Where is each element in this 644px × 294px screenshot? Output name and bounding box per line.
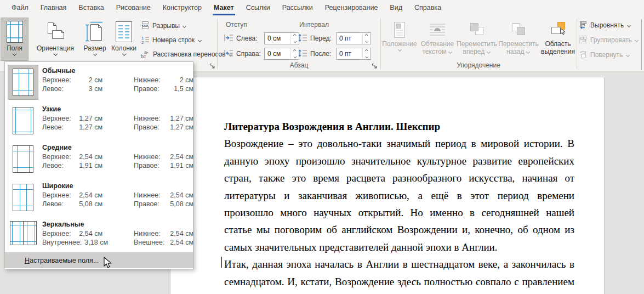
- margin-value: 2,54 см: [162, 191, 193, 199]
- indent-right-input[interactable]: 0 см: [264, 48, 299, 60]
- rotate-button-label: Повернуть: [590, 51, 623, 59]
- send-backward-button[interactable]: Переместить назад: [498, 18, 539, 60]
- selection-pane-label: Область: [545, 40, 571, 48]
- margins-icon: [7, 20, 23, 44]
- margin-label: Нижнее:: [134, 76, 161, 84]
- bring-forward-label: Переместить: [457, 40, 497, 48]
- indent-right-label: Справа:: [236, 50, 261, 58]
- margins-preset-moderate[interactable]: Средние Верхнее:2,54 см Нижнее:2,54 см Л…: [5, 141, 193, 179]
- svg-text:2: 2: [141, 39, 144, 44]
- selection-pane-icon: [550, 20, 566, 40]
- spacing-after-icon: [298, 49, 307, 59]
- margin-value: 3,18 см: [79, 239, 108, 246]
- tab-view[interactable]: Вид: [384, 0, 408, 15]
- spacing-before-value: 0 пт: [337, 35, 362, 42]
- margin-value: 5,08 см: [74, 200, 102, 208]
- indent-left-row: Слева: 0 см: [224, 32, 299, 44]
- spacing-after-input[interactable]: 0 пт: [336, 48, 371, 60]
- margins-preset-mirrored-box: [8, 219, 38, 247]
- text-line: самых значительных представителей данной…: [224, 239, 574, 256]
- line-numbers-button-label: Номера строк: [152, 36, 195, 44]
- margin-value: 2 см: [162, 76, 193, 84]
- wrap-text-button-label2: текстом: [422, 48, 452, 55]
- spacing-after-spinner[interactable]: [362, 48, 371, 59]
- tab-review[interactable]: Рецензирование: [319, 0, 384, 15]
- bring-forward-label2: вперед: [463, 48, 491, 55]
- margin-label: Верхнее:: [42, 191, 71, 199]
- indent-left-spinner[interactable]: [290, 33, 299, 44]
- document-text: Литература Возрождения в Англии. Шекспир…: [224, 118, 574, 290]
- margins-mirrored-icon: [10, 221, 37, 245]
- margins-preset-moderate-box: [8, 142, 38, 176]
- spacing-before-spinner[interactable]: [362, 33, 371, 44]
- wrap-text-button[interactable]: Обтекание текстом: [419, 18, 456, 60]
- columns-button[interactable]: Колонки: [110, 18, 138, 60]
- text-caret: [221, 257, 222, 268]
- tab-draw[interactable]: Рисование: [110, 0, 157, 15]
- tab-home[interactable]: Главная: [35, 0, 73, 15]
- margin-label: Левое:: [42, 123, 64, 131]
- orientation-button[interactable]: Ориентация: [31, 18, 80, 60]
- tab-file[interactable]: Файл: [5, 0, 35, 15]
- line-numbers-icon: 12: [141, 35, 150, 46]
- indent-right-spinner[interactable]: [290, 48, 299, 59]
- tab-design[interactable]: Конструктор: [157, 0, 208, 15]
- indent-left-input[interactable]: 0 см: [264, 32, 299, 44]
- preset-name: Средние: [42, 144, 191, 153]
- margins-preset-mirrored[interactable]: Зеркальные Верхнее:2,54 см Нижнее:2,54 с…: [5, 218, 193, 252]
- preset-name: Обычные: [42, 67, 191, 76]
- position-button-label: Положение: [382, 40, 417, 48]
- rotate-button[interactable]: Повернуть: [579, 49, 630, 61]
- tab-insert[interactable]: Вставка: [72, 0, 110, 15]
- breaks-button[interactable]: Разрывы: [141, 20, 187, 32]
- spacing-before-input[interactable]: 0 пт: [336, 32, 371, 44]
- margin-label: Нижнее:: [134, 191, 161, 199]
- bring-forward-button[interactable]: Переместить вперед: [456, 18, 498, 60]
- preset-name: Широкие: [42, 182, 191, 191]
- text-line: литературы и заканчивая живописью, а ещё…: [224, 187, 574, 204]
- group-button[interactable]: Группировать: [579, 34, 639, 46]
- wrap-text-button-label: Обтекание: [421, 40, 454, 48]
- align-button[interactable]: Выровнять: [579, 19, 631, 31]
- text-line: стран, также это время расцвета разнообр…: [224, 169, 574, 186]
- indent-header: Отступ: [226, 21, 247, 29]
- send-backward-label: Переместить: [498, 40, 539, 48]
- margin-label: Левое:: [42, 200, 64, 208]
- preset-name: Зеркальные: [42, 220, 191, 230]
- group-button-label: Группировать: [590, 36, 632, 44]
- dialog-launcher-icon: [209, 63, 215, 69]
- orientation-button-label: Ориентация: [37, 44, 74, 52]
- page-setup-dialog-launcher[interactable]: [208, 62, 216, 70]
- text-line: Возрождение – это довольно-таки значимый…: [224, 135, 574, 152]
- line-numbers-button[interactable]: 12 Номера строк: [141, 34, 202, 46]
- align-button-label: Выровнять: [590, 21, 624, 29]
- chevron-down-icon: [486, 50, 491, 54]
- selection-pane-button[interactable]: Область выделения: [539, 18, 577, 60]
- text-line: данную эпоху произошло значительное куль…: [224, 152, 574, 169]
- chevron-down-icon: [626, 24, 631, 27]
- text-line: произошло много научных открытий. Но име…: [224, 204, 574, 221]
- margins-preset-wide[interactable]: Широкие Верхнее:2,54 см Нижнее:2,54 см Л…: [5, 179, 193, 218]
- margin-label: Правое:: [134, 123, 159, 131]
- preset-name: Узкие: [42, 105, 191, 115]
- tab-layout[interactable]: Макет: [208, 0, 240, 15]
- position-button[interactable]: Положение: [381, 18, 418, 60]
- group-objects-icon: [579, 35, 588, 46]
- margins-preset-normal[interactable]: Обычные Верхнее:2 см Нижнее:2 см Левое:3…: [5, 64, 193, 103]
- margins-button[interactable]: Поля: [1, 18, 28, 60]
- ribbon-tab-bar: Файл Главная Вставка Рисование Конструкт…: [0, 0, 644, 15]
- margins-dropdown-menu: Обычные Верхнее:2 см Нижнее:2 см Левое:3…: [4, 61, 193, 269]
- tab-references[interactable]: Ссылки: [240, 0, 276, 15]
- custom-margins-button[interactable]: Настраиваемые поля...: [5, 252, 193, 268]
- margin-label: Правое:: [134, 200, 159, 208]
- indent-left-value: 0 см: [265, 35, 290, 42]
- tab-help[interactable]: Справка: [408, 0, 447, 15]
- document-page[interactable]: Литература Возрождения в Англии. Шекспир…: [170, 77, 605, 294]
- paragraph-dialog-launcher[interactable]: [371, 62, 378, 70]
- margins-preset-narrow[interactable]: Узкие Верхнее:1,27 см Нижнее:1,27 см Лев…: [5, 103, 193, 141]
- margin-value: 1,91 см: [74, 162, 102, 169]
- hyphenation-button[interactable]: a-bc Расстановка переносов: [141, 48, 233, 60]
- size-button[interactable]: Размер: [82, 18, 108, 60]
- paragraph-group-label: Абзац: [218, 61, 380, 70]
- tab-mailings[interactable]: Рассылки: [276, 0, 319, 15]
